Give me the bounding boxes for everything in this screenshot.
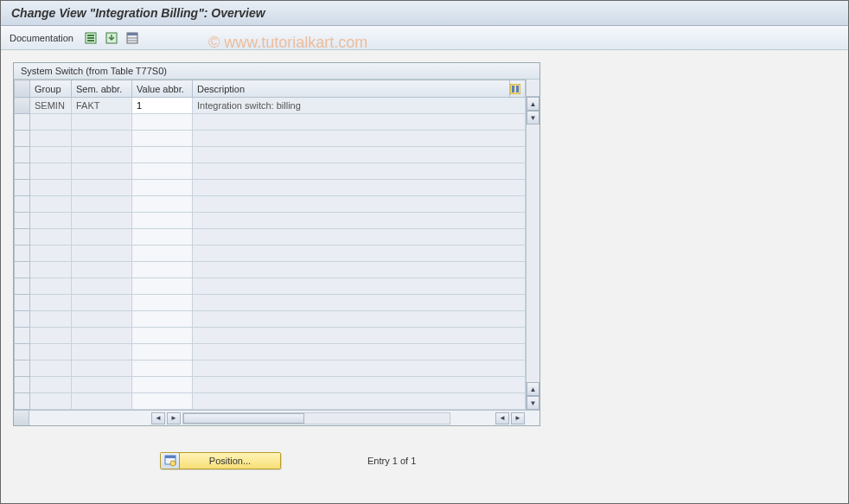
cell-desc: Integration switch: billing	[193, 98, 526, 114]
svg-rect-2	[87, 37, 94, 39]
panel-header: System Switch (from Table T77S0)	[14, 63, 539, 80]
row-selector[interactable]	[15, 311, 30, 328]
row-selector[interactable]	[15, 246, 30, 262]
col-header-val[interactable]: Value abbr.	[132, 80, 193, 98]
table-row	[15, 377, 526, 393]
value-input[interactable]	[137, 100, 188, 111]
svg-rect-13	[165, 456, 176, 458]
scroll-left-icon[interactable]: ◄	[151, 412, 165, 424]
scroll-track[interactable]	[527, 124, 539, 382]
svg-rect-9	[510, 84, 520, 94]
table-panel: System Switch (from Table T77S0) Group S…	[13, 62, 540, 426]
table-row	[15, 328, 526, 344]
table-row	[15, 262, 526, 278]
content-area: System Switch (from Table T77S0) Group S…	[1, 50, 848, 482]
table-export-icon[interactable]	[105, 31, 118, 45]
table-row	[15, 246, 526, 262]
table-config-button[interactable]	[510, 80, 526, 98]
scroll-up-icon[interactable]: ▲	[527, 97, 539, 111]
title-bar: Change View "Integration Billing": Overv…	[1, 1, 848, 26]
table-row	[15, 196, 526, 213]
row-selector[interactable]	[15, 262, 30, 278]
row-selector[interactable]	[15, 114, 30, 131]
table-row	[15, 114, 526, 131]
table-row	[15, 360, 526, 377]
table-row	[15, 147, 526, 163]
scroll-down2-icon[interactable]: ▼	[527, 396, 539, 410]
svg-rect-1	[87, 35, 94, 36]
table-row	[15, 311, 526, 328]
svg-rect-6	[127, 33, 137, 35]
documentation-button[interactable]: Documentation	[10, 33, 73, 43]
vertical-scrollbar[interactable]: ▲ ▼ ▲ ▼	[526, 80, 539, 410]
row-selector[interactable]	[15, 213, 30, 229]
horizontal-scrollbar[interactable]: ◄ ► ◄ ►	[14, 410, 539, 425]
col-header-desc[interactable]: Description	[193, 80, 510, 98]
row-selector[interactable]	[15, 360, 30, 377]
svg-point-14	[170, 461, 176, 466]
table-row	[15, 344, 526, 360]
hscroll-thumb[interactable]	[183, 413, 304, 424]
svg-rect-10	[512, 86, 514, 93]
cell-val[interactable]	[132, 98, 193, 114]
cell-sem: FAKT	[72, 98, 132, 114]
table-row	[15, 163, 526, 180]
table-settings-icon[interactable]	[84, 31, 98, 45]
row-selector[interactable]	[15, 328, 30, 344]
scroll-left2-icon[interactable]: ◄	[495, 412, 509, 424]
page-title: Change View "Integration Billing": Overv…	[11, 6, 265, 20]
svg-rect-11	[516, 86, 519, 93]
row-selector[interactable]	[15, 344, 30, 360]
table-row	[15, 229, 526, 246]
table-row	[15, 295, 526, 311]
toolbar: Documentation	[1, 26, 848, 50]
table-view-icon[interactable]	[125, 31, 139, 45]
row-selector[interactable]	[15, 163, 30, 180]
row-selector[interactable]	[15, 377, 30, 393]
row-selector[interactable]	[15, 196, 30, 213]
hscroll-track[interactable]	[182, 412, 450, 424]
table-row	[15, 131, 526, 147]
col-header-sem[interactable]: Sem. abbr.	[72, 80, 132, 98]
row-selector[interactable]	[15, 278, 30, 295]
footer-row: Position... Entry 1 of 1	[160, 452, 836, 469]
position-icon	[161, 453, 180, 469]
row-selector[interactable]	[15, 229, 30, 246]
scroll-down-icon[interactable]: ▼	[527, 111, 539, 124]
entry-counter: Entry 1 of 1	[367, 456, 416, 466]
row-selector[interactable]	[15, 98, 30, 114]
row-selector[interactable]	[15, 147, 30, 163]
row-selector[interactable]	[15, 295, 30, 311]
col-header-group[interactable]: Group	[30, 80, 72, 98]
cell-group: SEMIN	[30, 98, 72, 114]
table-row: SEMIN FAKT Integration switch: billing	[15, 98, 526, 114]
scroll-up2-icon[interactable]: ▲	[527, 382, 539, 396]
svg-rect-3	[87, 40, 94, 41]
scroll-right-icon[interactable]: ►	[167, 412, 181, 424]
row-selector-header	[15, 80, 30, 98]
position-button[interactable]: Position...	[160, 452, 281, 469]
position-label: Position...	[180, 456, 280, 466]
table-row	[15, 180, 526, 196]
table-row	[15, 393, 526, 410]
row-selector[interactable]	[15, 393, 30, 410]
data-table: Group Sem. abbr. Value abbr. Description	[14, 80, 526, 410]
table-row	[15, 278, 526, 295]
table-row	[15, 213, 526, 229]
row-selector[interactable]	[15, 131, 30, 147]
scroll-right2-icon[interactable]: ►	[511, 412, 525, 424]
row-selector[interactable]	[15, 180, 30, 196]
